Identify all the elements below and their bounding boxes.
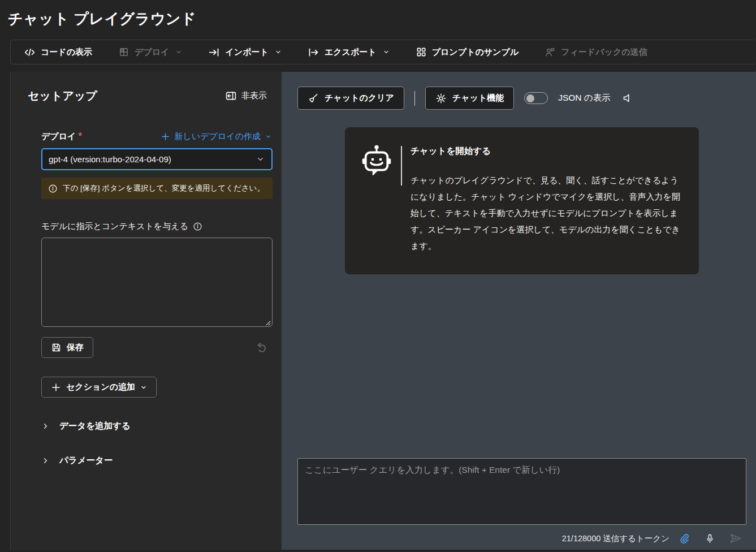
show-json-toggle[interactable] bbox=[524, 92, 548, 104]
instructions-textarea[interactable] bbox=[41, 238, 273, 327]
deployment-select[interactable]: gpt-4 (version:turbo-2024-04-09) bbox=[41, 148, 273, 170]
chevron-down-icon bbox=[175, 49, 182, 55]
chevron-down-icon bbox=[265, 133, 271, 140]
robot-icon bbox=[361, 144, 392, 254]
plus-icon bbox=[161, 132, 170, 141]
gear-icon bbox=[435, 93, 447, 104]
send-icon bbox=[729, 532, 742, 545]
divider bbox=[414, 91, 415, 106]
chevron-down-icon bbox=[140, 384, 147, 391]
mic-icon[interactable] bbox=[705, 533, 715, 544]
divider bbox=[401, 146, 402, 186]
show-json-label: JSON の表示 bbox=[558, 92, 611, 104]
add-data-section[interactable]: データを追加する bbox=[41, 420, 131, 432]
attach-icon[interactable] bbox=[679, 533, 690, 544]
welcome-title: チャットを開始する bbox=[411, 145, 683, 157]
required-asterisk: * bbox=[78, 131, 81, 141]
info-icon bbox=[48, 183, 58, 193]
grid-icon bbox=[416, 46, 427, 58]
instructions-label: モデルに指示とコンテキストを与える bbox=[41, 221, 188, 232]
chevron-down-icon bbox=[383, 49, 390, 55]
chevron-down-icon bbox=[256, 155, 265, 163]
hide-panel-button[interactable]: 非表示 bbox=[223, 88, 269, 104]
prompt-samples-button[interactable]: プロンプトのサンプル bbox=[409, 40, 526, 64]
welcome-body: チャットのプレイグラウンドで、見る、聞く、話すことができるようになりました。チャ… bbox=[411, 172, 683, 254]
chevron-down-icon bbox=[275, 49, 282, 55]
token-count: 21/128000 送信するトークン bbox=[562, 533, 669, 544]
undo-button[interactable] bbox=[255, 340, 269, 355]
export-button[interactable]: エクスポート bbox=[301, 40, 396, 64]
save-icon bbox=[51, 342, 62, 353]
speaker-icon[interactable] bbox=[622, 92, 634, 104]
import-icon bbox=[208, 46, 220, 58]
info-icon bbox=[193, 222, 202, 231]
deploy-button: デプロイ bbox=[111, 40, 189, 64]
broom-icon bbox=[308, 93, 319, 104]
feedback-icon bbox=[545, 46, 556, 58]
parameters-section[interactable]: パラメーター bbox=[41, 455, 113, 467]
import-button[interactable]: インポート bbox=[201, 40, 288, 64]
create-deployment-button[interactable]: 新しいデプロイの作成 bbox=[159, 130, 273, 143]
setup-heading: セットアップ bbox=[28, 88, 97, 104]
collapse-panel-icon bbox=[225, 90, 237, 102]
plus-icon bbox=[51, 382, 61, 393]
chat-input[interactable] bbox=[297, 458, 746, 525]
chevron-right-icon bbox=[41, 456, 50, 465]
add-section-button[interactable]: セクションの追加 bbox=[41, 377, 157, 398]
code-icon bbox=[24, 46, 36, 58]
deployment-label: デプロイ bbox=[41, 131, 76, 141]
toolbar: コードの表示 デプロイ インポート エクスポート プロンプトのサンプル bbox=[10, 40, 756, 64]
setup-panel: セットアップ 非表示 デプロイ* 新しいデプロイの作成 bbox=[10, 72, 282, 550]
deploy-icon bbox=[118, 46, 129, 58]
chat-panel: チャットのクリア チャット機能 JSON の表示 bbox=[282, 72, 756, 550]
chat-features-button[interactable]: チャット機能 bbox=[425, 87, 514, 110]
chevron-right-icon bbox=[41, 422, 50, 430]
save-button[interactable]: 保存 bbox=[41, 337, 93, 358]
save-warning-banner: 下の [保存] ボタンを選択して、変更を適用してください。 bbox=[41, 178, 273, 199]
toggle-knob bbox=[526, 94, 534, 102]
send-feedback-button: フィードバックの送信 bbox=[538, 40, 654, 64]
page-title: チャット プレイグラウンド bbox=[0, 0, 756, 40]
view-code-button[interactable]: コードの表示 bbox=[17, 40, 99, 64]
welcome-card: チャットを開始する チャットのプレイグラウンドで、見る、聞く、話すことができるよ… bbox=[345, 127, 699, 274]
clear-chat-button[interactable]: チャットのクリア bbox=[297, 87, 404, 110]
export-icon bbox=[308, 46, 319, 58]
